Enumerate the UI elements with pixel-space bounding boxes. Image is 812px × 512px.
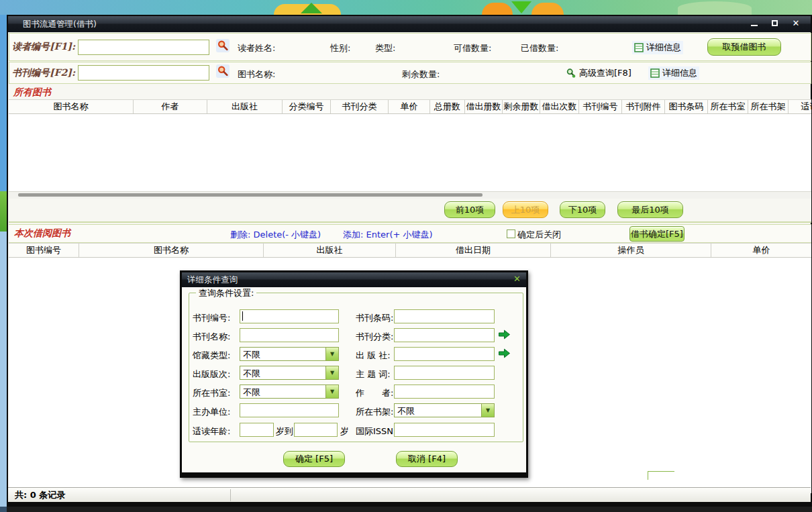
- reading-age-from-input[interactable]: [240, 423, 274, 437]
- col-header[interactable]: 出版社: [264, 244, 396, 257]
- chevron-down-icon[interactable]: ▼: [325, 385, 338, 398]
- organizer-input[interactable]: [240, 403, 339, 417]
- category-picker-arrow-icon[interactable]: [498, 329, 511, 340]
- room-label: 所在书室:: [193, 387, 241, 399]
- detail-grid-icon: [650, 68, 660, 78]
- col-header[interactable]: 书刊分类: [331, 100, 389, 113]
- borrow-confirm-button[interactable]: 借书确定[F5]: [629, 226, 684, 242]
- reading-age-label: 适读年龄:: [193, 425, 241, 438]
- first10-button[interactable]: 前10项: [444, 201, 495, 218]
- close-button[interactable]: ✕: [788, 18, 804, 30]
- col-header[interactable]: 书刊编号: [579, 100, 622, 113]
- book-no-input[interactable]: [240, 309, 339, 323]
- issn-input[interactable]: [394, 423, 495, 437]
- next10-button[interactable]: 下10项: [560, 201, 605, 218]
- dialog-titlebar[interactable]: 详细条件查询 ✕: [182, 272, 526, 287]
- collection-type-select[interactable]: 不限 ▼: [240, 347, 339, 361]
- minimize-button[interactable]: [746, 18, 762, 30]
- window-titlebar[interactable]: 图书流通管理(借书) ✕: [8, 16, 811, 32]
- advanced-query-link[interactable]: 高级查询[F8]: [564, 66, 633, 80]
- chevron-down-icon[interactable]: ▼: [325, 348, 338, 360]
- dialog-body: 查询条件设置: 书刊编号: 书刊条码: 书刊名称: 书刊分类: 馆藏类型: 不限…: [182, 287, 526, 472]
- borrow-table-header[interactable]: 图书编号 图书名称 出版社 借出日期 操作员 单价: [9, 243, 811, 258]
- window-title: 图书流通管理(借书): [23, 19, 97, 30]
- col-header[interactable]: 书刊附件: [622, 100, 665, 113]
- desktop-left-lightblue: [0, 232, 7, 507]
- col-header[interactable]: 借出次数: [540, 100, 579, 113]
- col-header[interactable]: 图书名称: [79, 244, 264, 257]
- reader-name-label: 读者姓名:: [238, 42, 275, 54]
- desktop-glow-fragment: [678, 1, 752, 15]
- category-input[interactable]: [394, 328, 495, 342]
- reading-age-to-input[interactable]: [294, 423, 338, 437]
- subject-input[interactable]: [394, 366, 495, 380]
- partial-button-fragment: [648, 471, 674, 480]
- book-detail-link[interactable]: 详细信息: [648, 66, 699, 80]
- col-header[interactable]: 总册数: [430, 100, 465, 113]
- dialog-ok-button[interactable]: 确定 [F5]: [283, 451, 345, 467]
- publisher-picker-arrow-icon[interactable]: [498, 348, 511, 359]
- close-after-confirm-checkbox[interactable]: [507, 229, 515, 238]
- col-header[interactable]: 图书名称: [9, 100, 134, 113]
- dialog-cancel-button[interactable]: 取消 [F4]: [396, 451, 458, 467]
- minimize-icon: [751, 20, 758, 26]
- pagination-bar: 前10项 上10项 下10项 最后10项: [9, 199, 811, 223]
- all-books-tab: 所有图书: [12, 86, 56, 101]
- col-header[interactable]: 操作员: [551, 244, 711, 257]
- desktop-wallpaper-strip: [0, 0, 812, 15]
- reader-bar: 读者编号[F1]: 读者姓名: 性别: 类型: 可借数量: 已借数量: 详细信息…: [9, 33, 811, 61]
- author-input[interactable]: [394, 385, 495, 399]
- borrow-section-title: 本次借阅图书: [14, 227, 70, 240]
- maximize-button[interactable]: [766, 18, 782, 30]
- col-header[interactable]: 适读年龄: [789, 100, 811, 113]
- book-name-label: 图书名称:: [238, 68, 275, 81]
- chevron-down-icon[interactable]: ▼: [481, 404, 494, 417]
- col-header[interactable]: 图书编号: [9, 244, 79, 257]
- col-header[interactable]: 所在书架: [748, 100, 789, 113]
- book-id-input[interactable]: [78, 65, 209, 81]
- shelf-select[interactable]: 不限 ▼: [394, 403, 495, 417]
- desktop-icon-fragment-2-arrow: [511, 1, 531, 13]
- edition-value: 不限: [243, 368, 260, 380]
- edition-select[interactable]: 不限 ▼: [240, 366, 339, 380]
- publisher-input[interactable]: [394, 347, 495, 361]
- all-books-hscrollbar[interactable]: [9, 192, 811, 199]
- col-header[interactable]: 借出日期: [396, 244, 551, 257]
- book-id-label: 书刊编号[F2]:: [12, 67, 75, 79]
- col-header[interactable]: 出版社: [207, 100, 283, 113]
- type-label: 类型:: [375, 42, 395, 54]
- col-header[interactable]: 借出册数: [465, 100, 503, 113]
- col-header[interactable]: 分类编号: [283, 100, 331, 113]
- dialog-close-button[interactable]: ✕: [513, 274, 521, 284]
- reader-id-input[interactable]: [78, 40, 209, 55]
- last10-button[interactable]: 最后10项: [617, 201, 683, 218]
- col-header[interactable]: 单价: [389, 100, 430, 113]
- barcode-input[interactable]: [394, 309, 495, 323]
- col-header[interactable]: 单价: [711, 244, 811, 257]
- all-books-table-body[interactable]: [9, 114, 811, 192]
- book-name-label: 书刊名称:: [193, 331, 241, 343]
- col-header[interactable]: 剩余册数: [503, 100, 540, 113]
- detail-grid-icon: [634, 43, 644, 52]
- chevron-down-icon[interactable]: ▼: [325, 366, 338, 379]
- book-search-icon[interactable]: [216, 64, 230, 78]
- reading-age-mid-label: 岁到: [276, 425, 296, 438]
- col-header[interactable]: 图书条码: [665, 100, 708, 113]
- status-bar: 共: 0 条记录: [8, 487, 811, 502]
- close-icon: ✕: [793, 18, 800, 28]
- reader-search-icon[interactable]: [216, 39, 230, 52]
- prev10-button[interactable]: 上10项: [503, 201, 548, 218]
- book-bar: 书刊编号[F2]: 图书名称: 剩余数量: 高级查询[F8] 详细信息: [9, 62, 811, 84]
- all-books-title: 所有图书: [13, 87, 51, 97]
- close-after-confirm-label: 确定后关闭: [517, 229, 561, 241]
- hscrollbar-thumb[interactable]: [18, 193, 483, 197]
- record-count: 共: 0 条记录: [15, 489, 65, 501]
- room-select[interactable]: 不限 ▼: [240, 385, 339, 399]
- book-name-input[interactable]: [240, 328, 339, 342]
- col-header[interactable]: 所在书室: [708, 100, 748, 113]
- reader-detail-link[interactable]: 详细信息: [632, 41, 683, 54]
- all-books-header[interactable]: 图书名称 作者 出版社 分类编号 书刊分类 单价 总册数 借出册数 剩余册数 借…: [9, 99, 811, 114]
- col-header[interactable]: 作者: [134, 100, 207, 113]
- fetch-prebook-button[interactable]: 取预借图书: [707, 38, 781, 56]
- desktop-icon-fragment-1-arrow: [301, 3, 322, 13]
